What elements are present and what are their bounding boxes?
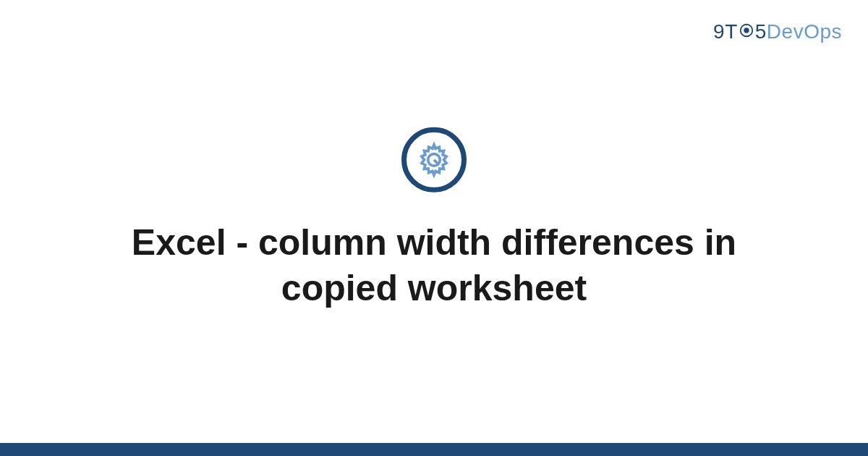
gear-icon-circle <box>401 127 467 193</box>
brand-prefix: 9T <box>713 20 738 43</box>
main-content: Excel - column width differences in copi… <box>0 127 868 311</box>
brand-middle: 5 <box>755 20 767 43</box>
gear-icon <box>416 142 452 178</box>
page-title: Excel - column width differences in copi… <box>109 220 760 311</box>
brand-suffix: DevOps <box>767 20 842 43</box>
brand-logo: 9T5DevOps <box>713 20 842 45</box>
gear-icon <box>739 20 754 43</box>
svg-point-1 <box>744 28 749 33</box>
bottom-bar <box>0 443 868 456</box>
